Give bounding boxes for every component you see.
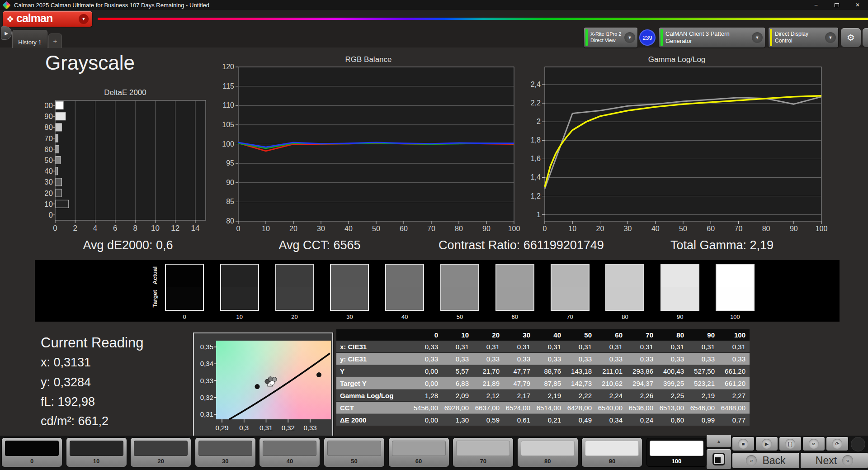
- table-cell-30: 0,61: [504, 414, 534, 426]
- swatch-target-half: [276, 287, 313, 310]
- pattern-level-label: 50: [324, 458, 384, 465]
- table-col-header-80: 80: [657, 329, 688, 341]
- pattern-level-chip: [263, 441, 316, 456]
- pattern-level-button-30[interactable]: 30: [195, 438, 255, 467]
- swatch-actual-half: [496, 265, 533, 287]
- display-control-dropdown[interactable]: Direct Display Control ▼: [769, 28, 838, 47]
- table-col-header-100: 100: [719, 329, 750, 341]
- table-cell-10: 1,30: [442, 414, 473, 426]
- pattern-level-bar: ▲ ■▶[·]∞⟳ « Back Next » 0102030405060708…: [0, 436, 868, 470]
- table-cell-70: 293,86: [627, 365, 657, 377]
- pattern-level-button-70[interactable]: 70: [453, 438, 513, 467]
- svg-text:70: 70: [735, 225, 743, 233]
- pattern-generator-dropdown[interactable]: CalMAN Client 3 Pattern Generator ▼: [659, 28, 765, 47]
- table-row-label: CCT: [336, 402, 411, 414]
- table-cell-0: 1,28: [411, 389, 442, 402]
- table-cell-40: 6514,00: [534, 402, 565, 414]
- swatch-target-half: [221, 287, 258, 310]
- meter-dropdown[interactable]: X-Rite i1Pro 2Direct View ▼: [584, 28, 637, 47]
- svg-text:4: 4: [93, 224, 97, 233]
- svg-text:40: 40: [344, 225, 353, 233]
- pattern-level-button-100[interactable]: 100: [646, 438, 707, 467]
- pattern-level-button-60[interactable]: 60: [389, 438, 449, 467]
- table-cell-40: 87,85: [534, 377, 565, 389]
- svg-text:0,31: 0,31: [259, 424, 273, 432]
- single-measure-button[interactable]: [·]: [779, 437, 801, 451]
- table-cell-60: 6540,00: [596, 402, 627, 414]
- pattern-level-button-0[interactable]: 0: [2, 438, 62, 467]
- table-col-header-0: 0: [411, 329, 442, 341]
- chevron-down-icon: ▼: [752, 32, 763, 43]
- pattern-level-chip: [456, 441, 510, 456]
- table-cell-0: 5456,00: [411, 402, 442, 414]
- svg-text:70: 70: [45, 134, 53, 143]
- table-cell-0: 0,00: [411, 365, 442, 377]
- table-cell-30: 6524,00: [504, 402, 534, 414]
- current-reading-y: y: 0,3284: [41, 375, 91, 389]
- svg-text:0,32: 0,32: [200, 394, 213, 401]
- svg-text:50: 50: [372, 225, 380, 233]
- table-cell-70: 2,26: [627, 389, 657, 402]
- pattern-level-button-20[interactable]: 20: [131, 438, 191, 467]
- maximize-button[interactable]: [826, 0, 847, 10]
- next-button[interactable]: Next »: [801, 453, 868, 468]
- pattern-window-button[interactable]: [707, 449, 731, 469]
- svg-text:30: 30: [317, 225, 325, 233]
- pattern-level-label: 80: [518, 458, 578, 465]
- svg-text:30: 30: [45, 178, 53, 186]
- pattern-level-button-50[interactable]: 50: [324, 438, 384, 467]
- play-button[interactable]: ▶: [756, 437, 778, 451]
- svg-text:8: 8: [133, 224, 137, 233]
- swatch-level-label: 60: [495, 313, 534, 320]
- svg-text:85: 85: [226, 198, 234, 205]
- pattern-level-button-10[interactable]: 10: [66, 438, 127, 467]
- add-tab-button[interactable]: +: [48, 33, 62, 48]
- swatch-actual-half: [386, 265, 423, 287]
- svg-text:0: 0: [543, 225, 547, 233]
- table-row-label: ΔE 2000: [336, 414, 411, 426]
- collapse-tray-button[interactable]: ▲: [707, 435, 731, 447]
- calman-app: Calman 2025 Calman Ultimate for Business…: [0, 0, 868, 470]
- svg-text:10: 10: [262, 225, 270, 233]
- svg-text:80: 80: [45, 123, 53, 132]
- pattern-level-button-40[interactable]: 40: [259, 438, 320, 467]
- swatch-level-label: 20: [275, 313, 314, 320]
- table-cell-80: 0,31: [657, 341, 688, 353]
- settings-gear-button[interactable]: ⚙: [841, 28, 861, 47]
- pattern-level-chip: [134, 441, 188, 456]
- stop-button[interactable]: ■: [732, 437, 754, 451]
- svg-text:0: 0: [236, 225, 241, 233]
- grayscale-swatch-70: [551, 264, 590, 311]
- swatch-actual-half: [331, 265, 368, 287]
- calman-menu-button[interactable]: ❖ calman ▼: [3, 11, 92, 27]
- table-cell-60: 211,01: [596, 365, 627, 377]
- collapse-panel-button[interactable]: ◀: [863, 28, 868, 47]
- minimize-button[interactable]: –: [806, 0, 826, 10]
- table-corner-cell: [336, 329, 411, 341]
- current-reading-fl: fL: 192,98: [41, 395, 95, 409]
- current-reading-panel: Current Reading x: 0,3131 y: 0,3284 fL: …: [41, 335, 143, 351]
- play-icon: ▶: [762, 439, 772, 449]
- pattern-level-label: 20: [131, 458, 191, 465]
- table-cell-20: 21,89: [473, 377, 504, 389]
- loop-button[interactable]: ⟳: [826, 437, 848, 451]
- svg-text:2: 2: [537, 118, 541, 125]
- pattern-level-button-90[interactable]: 90: [582, 438, 642, 467]
- continuous-button[interactable]: ∞: [803, 437, 825, 451]
- swatch-level-label: 10: [220, 313, 259, 320]
- pattern-level-button-80[interactable]: 80: [518, 438, 578, 467]
- tab-scroll-button[interactable]: ▶: [1, 26, 12, 40]
- svg-text:10: 10: [151, 224, 160, 233]
- table-cell-100: 0,33: [719, 353, 750, 365]
- stat-avg-de2000: Avg dE2000: 0,6: [83, 238, 173, 252]
- pattern-level-chip: [70, 441, 123, 456]
- cie-chromaticity-chart: 0,310,320,330,340,350,290,30,310,320,33: [194, 333, 334, 437]
- svg-text:0: 0: [53, 224, 57, 233]
- swatch-level-label: 80: [605, 313, 644, 320]
- tab-history-1[interactable]: History 1: [12, 30, 47, 48]
- meter-count-badge[interactable]: 239: [639, 29, 656, 46]
- close-button[interactable]: ✕: [847, 0, 868, 10]
- svg-text:0,29: 0,29: [215, 424, 228, 432]
- table-cell-70: 0,33: [627, 353, 657, 365]
- back-button[interactable]: « Back: [732, 453, 799, 468]
